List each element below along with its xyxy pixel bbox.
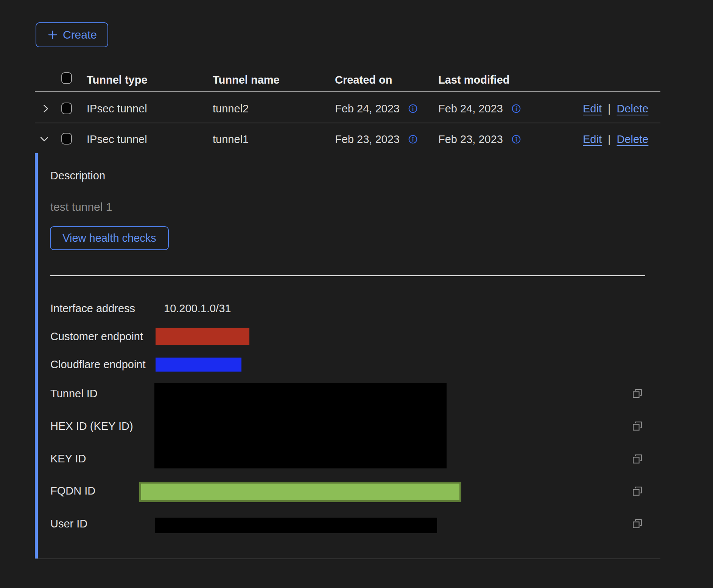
description-value: test tunnel 1 (50, 201, 112, 213)
fqdn-id-label: FQDN ID (50, 485, 95, 496)
interface-address-value: 10.200.1.0/31 (164, 303, 231, 314)
cloudflare-endpoint-redacted-value (156, 358, 241, 372)
view-health-checks-button[interactable]: View health checks (50, 226, 169, 250)
copy-hex-id-icon[interactable] (632, 420, 643, 432)
tunnel-id-label: Tunnel ID (50, 388, 98, 399)
tunnel-detail-panel: Description test tunnel 1 View health ch… (0, 0, 713, 588)
fqdn-id-redacted-value (139, 482, 461, 502)
copy-key-id-icon[interactable] (632, 453, 643, 465)
ids-redacted-value (154, 383, 447, 468)
user-id-label: User ID (50, 518, 87, 529)
key-id-label: KEY ID (50, 453, 86, 464)
customer-endpoint-redacted-value (156, 328, 249, 345)
copy-fqdn-id-icon[interactable] (632, 485, 643, 497)
cloudflare-endpoint-label: Cloudflare endpoint (50, 359, 146, 370)
copy-user-id-icon[interactable] (632, 518, 643, 529)
description-label: Description (50, 170, 105, 181)
view-health-checks-label: View health checks (62, 233, 156, 244)
customer-endpoint-label: Customer endpoint (50, 331, 143, 342)
expanded-row-indicator-bar (35, 153, 38, 558)
user-id-redacted-value (155, 518, 437, 533)
ipsec-tunnels-page: Create Tunnel type Tunnel name Created o… (0, 0, 713, 588)
panel-bottom-divider (35, 558, 660, 559)
interface-address-label: Interface address (50, 303, 135, 314)
section-divider (50, 275, 645, 276)
copy-tunnel-id-icon[interactable] (632, 388, 643, 399)
hex-id-label: HEX ID (KEY ID) (50, 421, 133, 432)
